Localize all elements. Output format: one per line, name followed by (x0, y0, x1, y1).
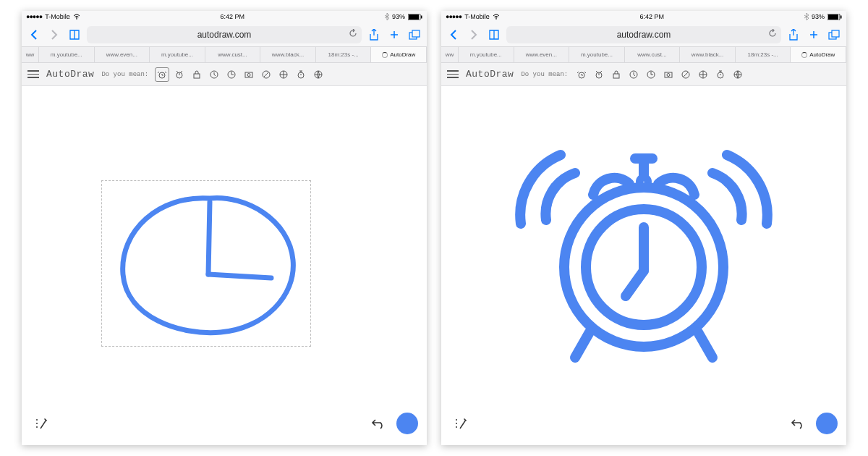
url-field[interactable]: autodraw.com (506, 26, 781, 43)
alarm-clock-icon[interactable] (156, 68, 169, 81)
tab-item[interactable]: m.youtube... (39, 47, 95, 62)
tab-item[interactable]: m.youtube... (150, 47, 205, 62)
result-artwork-alarm-clock (506, 115, 781, 376)
status-time: 6:42 PM (640, 13, 665, 20)
crosshair-icon[interactable] (697, 68, 710, 81)
alarm-clock-icon[interactable] (575, 68, 588, 81)
battery-icon (408, 14, 422, 20)
svg-rect-25 (613, 74, 619, 78)
tab-item[interactable]: m.youtube... (459, 47, 514, 62)
url-text: autodraw.com (617, 30, 671, 40)
lock-icon[interactable] (610, 68, 623, 81)
svg-rect-3 (421, 15, 422, 18)
suggestion-prompt: Do you mean: (101, 71, 148, 78)
autodraw-tool-button[interactable] (30, 413, 52, 434)
compass-icon[interactable] (260, 68, 273, 81)
menu-button[interactable] (447, 70, 459, 78)
suggestion-prompt: Do you mean: (521, 71, 568, 78)
clock-icon[interactable] (208, 68, 221, 81)
stopwatch-icon[interactable] (294, 68, 307, 81)
bookmarks-button[interactable] (67, 27, 82, 43)
browser-nav-bar: autodraw.com (441, 22, 846, 47)
status-bar: ●●●●● T-Mobile 6:42 PM 93% (441, 11, 846, 22)
tab-item[interactable]: 18m:23s -... (736, 47, 791, 62)
carrier-label: T-Mobile (45, 13, 70, 20)
tab-item[interactable]: www.black... (680, 47, 736, 62)
new-tab-button[interactable] (806, 27, 822, 43)
svg-rect-22 (832, 30, 839, 37)
svg-rect-20 (841, 15, 842, 18)
wifi-icon (493, 14, 500, 20)
compass-icon[interactable] (679, 68, 692, 81)
canvas-tools (22, 409, 427, 438)
camera-icon[interactable] (242, 68, 255, 81)
tab-item-active[interactable]: AutoDraw (371, 47, 427, 62)
tab-item[interactable]: 18m:23s -... (316, 47, 372, 62)
tab-item[interactable]: www.cust... (205, 47, 261, 62)
tab-item[interactable]: www.black... (260, 47, 316, 62)
tabs-button[interactable] (407, 27, 422, 43)
color-picker-button[interactable] (396, 413, 418, 434)
camera-icon[interactable] (662, 68, 675, 81)
user-sketch (101, 180, 311, 347)
app-title: AutoDraw (466, 69, 514, 80)
tab-overflow[interactable]: ww (22, 47, 39, 62)
tab-overflow[interactable]: ww (441, 47, 459, 62)
forward-button[interactable] (46, 27, 62, 43)
suggestion-row (575, 68, 744, 81)
bluetooth-icon (804, 13, 809, 20)
back-button[interactable] (446, 27, 461, 43)
clock-alt-icon[interactable] (644, 68, 658, 81)
tab-item[interactable]: www.even... (514, 47, 570, 62)
battery-pct: 93% (392, 13, 405, 20)
lock-icon[interactable] (190, 68, 203, 81)
undo-button[interactable] (367, 413, 389, 434)
reload-icon[interactable] (768, 29, 777, 40)
new-tab-button[interactable] (386, 27, 402, 43)
bookmarks-button[interactable] (486, 27, 502, 43)
wifi-icon (73, 14, 80, 20)
globe-icon[interactable] (312, 68, 325, 81)
clock-icon[interactable] (627, 68, 640, 81)
tabs-button[interactable] (826, 27, 842, 43)
svg-point-12 (247, 73, 250, 76)
undo-button[interactable] (787, 413, 809, 434)
back-button[interactable] (26, 27, 42, 43)
loading-spinner-icon (382, 52, 388, 58)
svg-rect-19 (828, 14, 838, 20)
tab-strip: ww m.youtube... www.even... m.youtube...… (22, 47, 427, 63)
forward-button[interactable] (466, 27, 482, 43)
reload-icon[interactable] (349, 29, 357, 40)
autodraw-tool-button[interactable] (450, 413, 472, 434)
tab-item[interactable]: www.even... (95, 47, 150, 62)
share-button[interactable] (366, 27, 382, 43)
tab-item-active[interactable]: AutoDraw (791, 47, 846, 62)
alarm-clock-alt-icon[interactable] (173, 68, 186, 81)
svg-point-17 (495, 18, 497, 20)
device-left: ●●●●● T-Mobile 6:42 PM 93% autodraw.com … (22, 11, 427, 445)
url-field[interactable]: autodraw.com (87, 26, 362, 43)
status-time: 6:42 PM (221, 13, 245, 20)
svg-point-29 (667, 73, 670, 76)
url-text: autodraw.com (197, 30, 252, 40)
globe-icon[interactable] (731, 68, 744, 81)
canvas-tools (441, 409, 846, 438)
drawing-canvas[interactable] (441, 86, 846, 445)
share-button[interactable] (786, 27, 801, 43)
tab-strip: ww m.youtube... www.even... m.youtube...… (441, 47, 846, 63)
clock-alt-icon[interactable] (225, 68, 238, 81)
tab-item[interactable]: m.youtube... (569, 47, 625, 62)
device-right: ●●●●● T-Mobile 6:42 PM 93% autodraw.com … (441, 11, 846, 445)
browser-nav-bar: autodraw.com (22, 22, 427, 47)
color-picker-button[interactable] (816, 413, 838, 434)
svg-rect-8 (194, 74, 200, 78)
menu-button[interactable] (27, 70, 39, 78)
svg-rect-2 (409, 14, 419, 20)
bluetooth-icon (385, 13, 389, 20)
stopwatch-icon[interactable] (714, 68, 727, 81)
signal-dots: ●●●●● (26, 13, 42, 20)
drawing-canvas[interactable] (22, 86, 427, 445)
tab-item[interactable]: www.cust... (625, 47, 681, 62)
crosshair-icon[interactable] (277, 68, 290, 81)
alarm-clock-alt-icon[interactable] (592, 68, 605, 81)
